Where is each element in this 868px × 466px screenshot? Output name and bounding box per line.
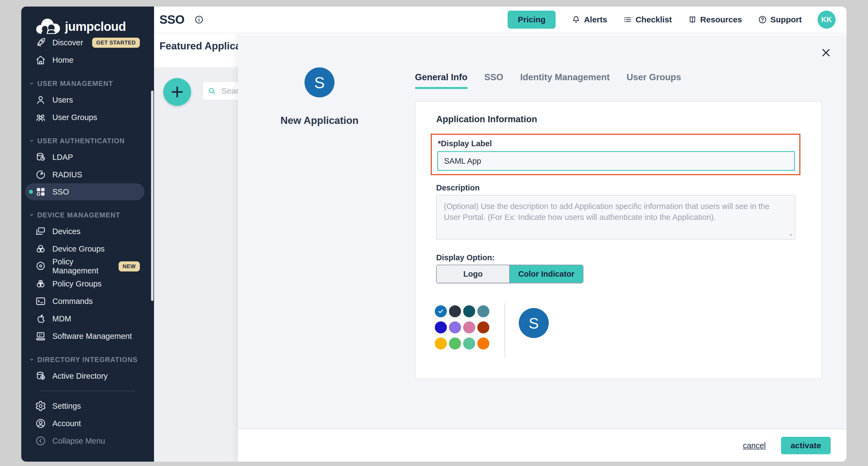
- logo-option-button[interactable]: Logo: [437, 265, 510, 283]
- section-device-management[interactable]: DEVICE MANAGEMENT: [21, 207, 154, 223]
- display-option-label: Display Option:: [436, 253, 495, 262]
- resources-label: Resources: [700, 15, 742, 24]
- plus-icon: [169, 84, 185, 99]
- sidebar-item-label: Home: [52, 56, 73, 65]
- sidebar: jumpcloud Discover GET STARTED Home USER…: [21, 6, 154, 462]
- ldap-database-icon: [35, 151, 46, 163]
- logo-wordmark: jumpcloud: [65, 19, 126, 34]
- sidebar-item-account[interactable]: Account: [21, 415, 154, 432]
- jumpcloud-logo[interactable]: jumpcloud: [35, 18, 154, 35]
- card-heading: Application Information: [436, 114, 537, 124]
- sidebar-item-users[interactable]: Users: [21, 91, 154, 109]
- device-groups-icon: [35, 243, 46, 255]
- color-swatch[interactable]: [449, 338, 461, 349]
- software-laptop-icon: [35, 330, 46, 342]
- display-option-toggle: Logo Color Indicator: [436, 265, 583, 283]
- book-icon: [688, 15, 697, 24]
- pricing-button[interactable]: Pricing: [507, 11, 556, 29]
- sidebar-item-policy-groups[interactable]: Policy Groups: [21, 275, 154, 292]
- user-avatar[interactable]: KK: [817, 11, 836, 29]
- sidebar-item-label: Policy Management: [52, 257, 119, 275]
- tab-identity-management[interactable]: Identity Management: [520, 72, 610, 89]
- cancel-button[interactable]: cancel: [743, 441, 766, 450]
- sidebar-item-device-groups[interactable]: Device Groups: [21, 240, 154, 258]
- active-directory-icon: [35, 370, 46, 382]
- tab-general-info[interactable]: General Info: [415, 72, 468, 89]
- terminal-icon: [35, 295, 46, 307]
- add-application-button[interactable]: [163, 78, 191, 106]
- sidebar-item-mdm[interactable]: MDM: [21, 310, 154, 327]
- alerts-label: Alerts: [584, 15, 607, 24]
- chevron-down-icon: [28, 137, 35, 144]
- devices-icon: [35, 226, 46, 237]
- color-swatch[interactable]: [477, 305, 489, 317]
- description-textarea[interactable]: [436, 195, 796, 239]
- tab-sso[interactable]: SSO: [485, 72, 503, 89]
- section-user-authentication[interactable]: USER AUTHENTICATION: [21, 133, 154, 148]
- sidebar-item-label: Active Directory: [52, 372, 108, 381]
- section-user-management[interactable]: USER MANAGEMENT: [21, 76, 154, 91]
- bell-icon: [571, 15, 581, 24]
- sidebar-item-radius[interactable]: RADIUS: [21, 166, 154, 183]
- checklist-label: Checklist: [636, 15, 672, 24]
- chevron-down-icon: [28, 80, 35, 87]
- sidebar-item-active-directory[interactable]: Active Directory: [21, 367, 154, 385]
- sidebar-item-commands[interactable]: Commands: [21, 292, 154, 310]
- sidebar-item-user-groups[interactable]: User Groups: [21, 109, 154, 126]
- color-swatch[interactable]: [435, 338, 447, 349]
- color-swatch-selected[interactable]: [435, 305, 447, 317]
- home-icon: [35, 54, 46, 66]
- color-swatch[interactable]: [435, 321, 447, 333]
- support-label: Support: [770, 15, 802, 24]
- sidebar-item-sso-active[interactable]: SSO: [25, 183, 145, 200]
- section-directory-integrations[interactable]: DIRECTORY INTEGRATIONS: [21, 352, 154, 367]
- apple-icon: [35, 313, 46, 324]
- section-title: USER AUTHENTICATION: [37, 137, 125, 145]
- support-button[interactable]: Support: [758, 15, 802, 24]
- collapse-arrow-icon: [35, 435, 46, 447]
- sidebar-item-collapse-menu[interactable]: Collapse Menu: [21, 432, 154, 449]
- topbar: SSO Pricing Alerts Checklist Resources S…: [154, 6, 846, 33]
- application-information-card: Application Information *Display Label D…: [415, 101, 822, 379]
- color-swatch[interactable]: [449, 305, 461, 317]
- sidebar-item-settings[interactable]: Settings: [21, 397, 154, 415]
- radius-gauge-icon: [35, 169, 46, 180]
- sidebar-item-label: Users: [52, 95, 73, 105]
- activate-button[interactable]: activate: [781, 437, 831, 454]
- color-swatch[interactable]: [477, 321, 489, 333]
- sidebar-item-label: Collapse Menu: [52, 437, 105, 445]
- sidebar-scrollbar[interactable]: [151, 91, 153, 301]
- sidebar-item-software-management[interactable]: Software Management: [21, 327, 154, 345]
- color-swatch[interactable]: [463, 338, 475, 349]
- section-title: USER MANAGEMENT: [37, 80, 113, 88]
- account-icon: [35, 418, 46, 429]
- sidebar-item-discover[interactable]: Discover GET STARTED: [21, 34, 154, 51]
- display-label-input[interactable]: [437, 151, 795, 171]
- tab-user-groups[interactable]: User Groups: [626, 72, 681, 89]
- new-badge: NEW: [119, 261, 140, 271]
- color-swatch[interactable]: [477, 338, 489, 349]
- sidebar-item-label: Account: [52, 419, 81, 428]
- sidebar-item-label: Device Groups: [52, 244, 105, 254]
- info-icon[interactable]: [194, 15, 204, 25]
- sidebar-item-label: User Groups: [52, 113, 97, 122]
- resources-button[interactable]: Resources: [688, 15, 742, 24]
- sidebar-item-policy-management[interactable]: Policy Management NEW: [21, 258, 154, 275]
- question-icon: [758, 15, 767, 24]
- sidebar-item-ldap[interactable]: LDAP: [21, 148, 154, 166]
- color-swatch[interactable]: [449, 321, 461, 333]
- modal-tabs: General Info SSO Identity Management Use…: [415, 72, 681, 89]
- user-icon: [35, 94, 46, 106]
- modal-footer: cancel activate: [238, 429, 846, 462]
- sidebar-item-devices[interactable]: Devices: [21, 223, 154, 240]
- checklist-button[interactable]: Checklist: [623, 15, 672, 24]
- jumpcloud-cloud-icon: [35, 18, 61, 35]
- color-swatch[interactable]: [463, 321, 475, 333]
- close-modal-button[interactable]: [820, 47, 832, 59]
- alerts-button[interactable]: Alerts: [571, 15, 607, 24]
- application-title: New Application: [277, 115, 362, 126]
- sidebar-item-home[interactable]: Home: [21, 51, 154, 69]
- section-title: DEVICE MANAGEMENT: [37, 211, 120, 219]
- color-swatch[interactable]: [463, 305, 475, 317]
- color-indicator-option-button[interactable]: Color Indicator: [510, 265, 583, 283]
